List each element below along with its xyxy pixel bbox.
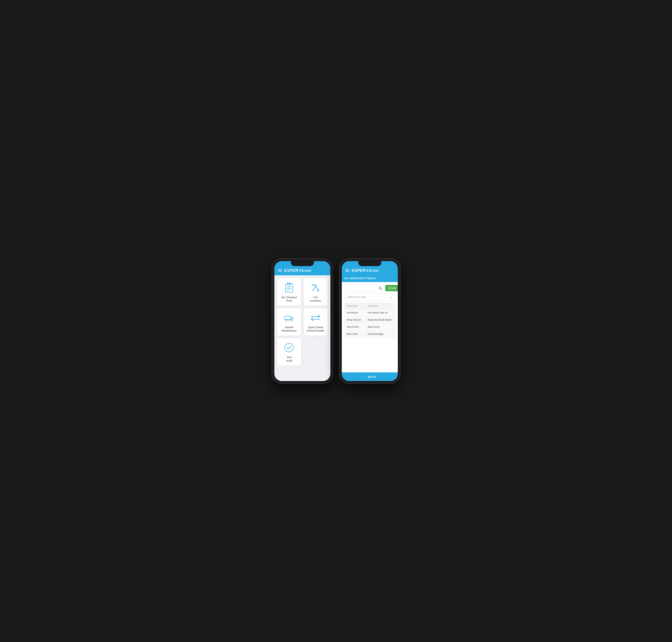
table-cell-asset-type: Hot Gloves — [345, 309, 365, 316]
checkout-body: SCAN Select asset type ⌄ Asset Type Desc… — [342, 282, 398, 372]
search-input-wrap[interactable] — [345, 285, 384, 291]
search-input[interactable] — [347, 287, 378, 290]
asset-table: Asset Type Description Hot Gloves Hot Gl… — [345, 303, 395, 337]
table-row[interactable]: Hot Gloves Hot Gloves Size 10 — [345, 309, 395, 316]
app-logo-1: ESPER Electric — [284, 268, 312, 273]
svg-line-20 — [381, 288, 382, 289]
scan-button[interactable]: SCAN — [385, 285, 398, 291]
table-cell-asset-type: Shop Vacuum — [345, 316, 365, 323]
table-row[interactable]: Stud Punch Stud Punch — [345, 323, 395, 331]
hamburger-menu-1[interactable] — [278, 269, 282, 272]
main-menu: My CheckoutTools FullInventory — [274, 275, 331, 381]
notch-2 — [358, 261, 381, 266]
vehicle-maintenance-label: VehicleMaintenance — [282, 325, 297, 332]
app-logo-2: ESPER Electric — [352, 268, 379, 273]
checkout-title: MY CHECKOUT TOOLS — [345, 277, 376, 280]
logo-esper-2: ESPER — [352, 268, 366, 273]
full-inventory-label: FullInventory — [310, 296, 321, 303]
table-header-asset-type: Asset Type — [345, 303, 365, 309]
phone-2-screen: ESPER Electric MY CHECKOUT TOOLS — [342, 261, 398, 381]
clipboard-icon — [284, 282, 294, 293]
svg-point-18 — [285, 344, 293, 352]
hamburger-menu-2[interactable] — [345, 269, 349, 272]
search-row: SCAN — [345, 285, 395, 291]
asset-type-placeholder: Select asset type — [347, 296, 366, 298]
table-cell-asset-type: Wire Carts — [345, 331, 365, 337]
menu-item-checkout-tools[interactable]: My CheckoutTools — [277, 278, 301, 306]
search-icon — [379, 286, 382, 290]
menu-item-quick-check[interactable]: Quick CheckIn/Out/Transfer — [303, 308, 327, 336]
checkout-screen: MY CHECKOUT TOOLS SCAN — [342, 275, 398, 381]
table-row[interactable]: Wire Carts Cobra (orange) — [345, 331, 395, 337]
logo-esper-1: ESPER — [284, 268, 298, 273]
table-row[interactable]: Shop Vacuum Shop Vac-Small Dayton — [345, 316, 395, 323]
back-label: BACK — [368, 375, 376, 378]
table-header: Asset Type Description — [345, 303, 395, 309]
table-cell-description: Shop Vac-Small Dayton — [365, 316, 395, 323]
truck-icon — [284, 312, 294, 323]
chevron-down-icon: ⌄ — [390, 295, 392, 299]
transfer-icon — [310, 312, 321, 323]
back-arrow-icon: ← — [363, 375, 366, 378]
table-cell-asset-type: Stud Punch — [345, 323, 365, 330]
svg-rect-11 — [284, 316, 291, 320]
svg-point-12 — [285, 319, 287, 321]
menu-item-tool-audit[interactable]: ToolAudit — [277, 338, 301, 365]
asset-type-dropdown[interactable]: Select asset type ⌄ — [345, 293, 395, 301]
notch-1 — [291, 261, 314, 266]
phone-2: ESPER Electric MY CHECKOUT TOOLS — [340, 259, 400, 383]
table-cell-description: Stud Punch — [365, 323, 395, 330]
table-header-description: Description — [365, 303, 395, 309]
checkout-title-bar: MY CHECKOUT TOOLS — [342, 275, 398, 282]
quick-check-label: Quick CheckIn/Out/Transfer — [307, 325, 324, 332]
logo-electric-1: Electric — [299, 268, 312, 273]
menu-item-full-inventory[interactable]: FullInventory — [303, 278, 327, 306]
tool-audit-label: ToolAudit — [286, 356, 292, 362]
tools-icon — [310, 282, 321, 293]
back-bar[interactable]: ← BACK — [342, 372, 398, 381]
table-cell-description: Cobra (orange) — [365, 331, 395, 337]
svg-point-13 — [291, 319, 293, 321]
phone-1: ESPER Electric My CheckoutTools — [272, 259, 333, 383]
checkmark-circle-icon — [284, 342, 294, 353]
table-cell-description: Hot Gloves Size 10 — [365, 309, 395, 316]
logo-electric-2: Electric — [366, 268, 379, 273]
checkout-tools-label: My CheckoutTools — [281, 296, 297, 303]
menu-item-vehicle-maintenance[interactable]: VehicleMaintenance — [277, 308, 301, 336]
phone-1-screen: ESPER Electric My CheckoutTools — [274, 261, 331, 381]
